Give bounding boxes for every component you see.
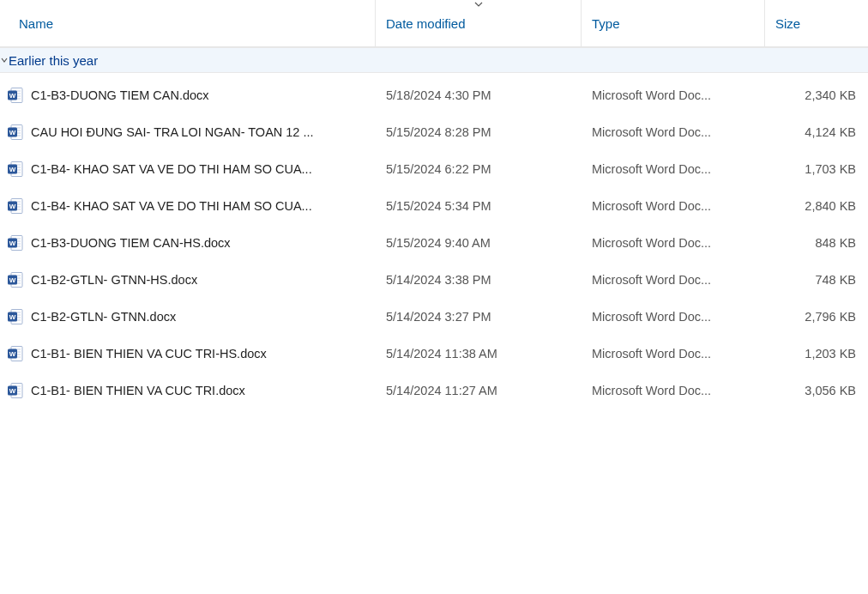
- file-cell-date: 5/14/2024 11:27 AM: [376, 384, 582, 397]
- file-cell-name: W C1-B1- BIEN THIEN VA CUC TRI.docx: [0, 382, 376, 399]
- file-cell-date: 5/15/2024 6:22 PM: [376, 162, 582, 176]
- group-header-label: Earlier this year: [9, 53, 98, 68]
- file-name-label: C1-B4- KHAO SAT VA VE DO THI HAM SO CUA.…: [31, 199, 312, 213]
- file-cell-name: W CAU HOI ĐUNG SAI- TRA LOI NGAN- TOAN 1…: [0, 124, 376, 141]
- file-cell-type: Microsoft Word Doc...: [582, 384, 765, 397]
- svg-text:W: W: [9, 203, 16, 210]
- file-cell-date: 5/18/2024 4:30 PM: [376, 88, 582, 102]
- file-cell-type: Microsoft Word Doc...: [582, 199, 765, 213]
- file-cell-name: W C1-B2-GTLN- GTNN.docx: [0, 308, 376, 325]
- file-cell-date: 5/15/2024 5:34 PM: [376, 199, 582, 213]
- word-document-icon: W: [7, 124, 24, 141]
- file-cell-size: 1,203 KB: [765, 347, 868, 361]
- file-cell-name: W C1-B2-GTLN- GTNN-HS.docx: [0, 271, 376, 288]
- svg-text:W: W: [9, 92, 16, 100]
- file-cell-type: Microsoft Word Doc...: [582, 236, 765, 250]
- svg-text:W: W: [9, 129, 16, 136]
- file-cell-size: 2,796 KB: [765, 310, 868, 324]
- sort-indicator-icon: [474, 0, 483, 9]
- file-cell-size: 848 KB: [765, 236, 868, 250]
- file-cell-date: 5/14/2024 3:27 PM: [376, 310, 582, 324]
- file-cell-type: Microsoft Word Doc...: [582, 162, 765, 176]
- svg-text:W: W: [9, 166, 16, 173]
- chevron-down-icon: [0, 57, 9, 64]
- file-row[interactable]: W C1-B2-GTLN- GTNN-HS.docx5/14/2024 3:38…: [0, 261, 868, 298]
- file-cell-date: 5/14/2024 3:38 PM: [376, 273, 582, 287]
- file-cell-date: 5/14/2024 11:38 AM: [376, 347, 582, 361]
- column-header-type-label: Type: [592, 16, 620, 31]
- file-cell-size: 3,056 KB: [765, 384, 868, 397]
- svg-text:W: W: [9, 239, 16, 247]
- file-cell-type: Microsoft Word Doc...: [582, 125, 765, 139]
- file-row[interactable]: W C1-B1- BIEN THIEN VA CUC TRI.docx5/14/…: [0, 372, 868, 409]
- file-name-label: C1-B3-DUONG TIEM CAN.docx: [31, 88, 209, 102]
- file-cell-name: W C1-B3-DUONG TIEM CAN.docx: [0, 87, 376, 104]
- file-name-label: C1-B2-GTLN- GTNN-HS.docx: [31, 273, 197, 287]
- word-document-icon: W: [7, 271, 24, 288]
- file-name-label: C1-B1- BIEN THIEN VA CUC TRI-HS.docx: [31, 347, 267, 361]
- svg-text:W: W: [9, 313, 16, 321]
- file-name-label: CAU HOI ĐUNG SAI- TRA LOI NGAN- TOAN 12 …: [31, 125, 314, 139]
- file-cell-type: Microsoft Word Doc...: [582, 88, 765, 102]
- column-header-name[interactable]: Name: [0, 0, 376, 46]
- file-cell-date: 5/15/2024 8:28 PM: [376, 125, 582, 139]
- group-header-earlier-this-year[interactable]: Earlier this year: [0, 47, 868, 73]
- word-document-icon: W: [7, 234, 24, 252]
- file-cell-size: 1,703 KB: [765, 162, 868, 176]
- column-header-size[interactable]: Size: [765, 0, 868, 46]
- file-row[interactable]: W C1-B3-DUONG TIEM CAN-HS.docx5/15/2024 …: [0, 224, 868, 261]
- file-name-label: C1-B2-GTLN- GTNN.docx: [31, 310, 176, 324]
- file-cell-name: W C1-B1- BIEN THIEN VA CUC TRI-HS.docx: [0, 345, 376, 362]
- word-document-icon: W: [7, 87, 24, 104]
- file-cell-name: W C1-B4- KHAO SAT VA VE DO THI HAM SO CU…: [0, 197, 376, 215]
- column-header-type[interactable]: Type: [582, 0, 765, 46]
- file-row[interactable]: W C1-B4- KHAO SAT VA VE DO THI HAM SO CU…: [0, 150, 868, 187]
- word-document-icon: W: [7, 382, 24, 399]
- column-header-row: Name Date modified Type Size: [0, 0, 868, 47]
- file-row[interactable]: W C1-B3-DUONG TIEM CAN.docx5/18/2024 4:3…: [0, 76, 868, 113]
- file-row[interactable]: W C1-B4- KHAO SAT VA VE DO THI HAM SO CU…: [0, 187, 868, 224]
- file-cell-date: 5/15/2024 9:40 AM: [376, 236, 582, 250]
- file-name-label: C1-B1- BIEN THIEN VA CUC TRI.docx: [31, 384, 245, 397]
- file-cell-type: Microsoft Word Doc...: [582, 310, 765, 324]
- file-row[interactable]: W CAU HOI ĐUNG SAI- TRA LOI NGAN- TOAN 1…: [0, 113, 868, 150]
- svg-text:W: W: [9, 387, 16, 395]
- word-document-icon: W: [7, 197, 24, 215]
- file-cell-size: 748 KB: [765, 273, 868, 287]
- file-row[interactable]: W C1-B2-GTLN- GTNN.docx5/14/2024 3:27 PM…: [0, 298, 868, 335]
- file-cell-type: Microsoft Word Doc...: [582, 273, 765, 287]
- file-cell-type: Microsoft Word Doc...: [582, 347, 765, 361]
- column-header-date-label: Date modified: [386, 16, 466, 31]
- file-row[interactable]: W C1-B1- BIEN THIEN VA CUC TRI-HS.docx5/…: [0, 335, 868, 372]
- column-header-size-label: Size: [775, 16, 800, 31]
- column-header-name-label: Name: [19, 16, 53, 31]
- svg-text:W: W: [9, 350, 16, 358]
- svg-text:W: W: [9, 276, 16, 284]
- file-name-label: C1-B4- KHAO SAT VA VE DO THI HAM SO CUA.…: [31, 162, 312, 176]
- column-header-date[interactable]: Date modified: [376, 0, 582, 46]
- word-document-icon: W: [7, 161, 24, 178]
- file-cell-name: W C1-B3-DUONG TIEM CAN-HS.docx: [0, 234, 376, 252]
- file-list: W C1-B3-DUONG TIEM CAN.docx5/18/2024 4:3…: [0, 73, 868, 409]
- file-cell-size: 4,124 KB: [765, 125, 868, 139]
- file-name-label: C1-B3-DUONG TIEM CAN-HS.docx: [31, 236, 231, 250]
- file-cell-size: 2,340 KB: [765, 88, 868, 102]
- file-cell-name: W C1-B4- KHAO SAT VA VE DO THI HAM SO CU…: [0, 161, 376, 178]
- word-document-icon: W: [7, 345, 24, 362]
- word-document-icon: W: [7, 308, 24, 325]
- file-explorer: Name Date modified Type Size Earlier thi…: [0, 0, 868, 594]
- file-cell-size: 2,840 KB: [765, 199, 868, 213]
